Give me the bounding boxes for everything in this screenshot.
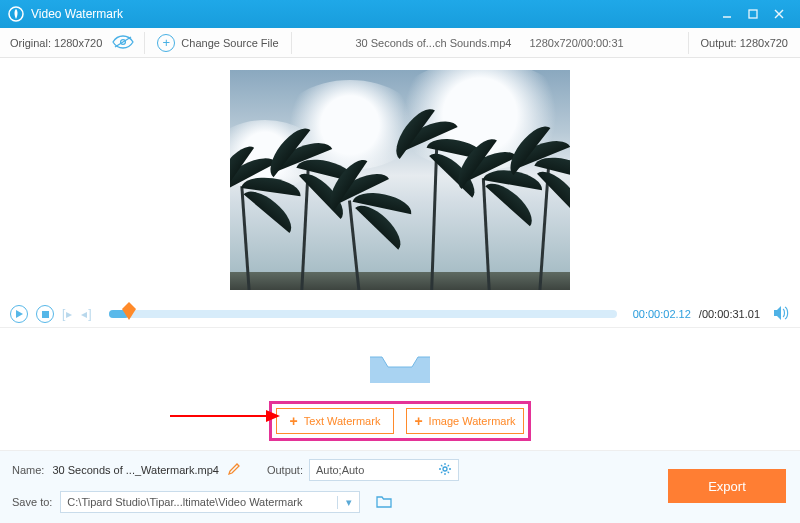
timeline-playhead-icon[interactable] [122,302,136,320]
titlebar: Video Watermark [0,0,800,28]
change-source-button[interactable]: + Change Source File [145,34,290,52]
add-text-watermark-button[interactable]: + Text Watermark [276,408,394,434]
watermark-panel: + Text Watermark + Image Watermark [0,327,800,451]
output-format-value: Auto;Auto [316,464,364,476]
preview-toggle-icon[interactable] [112,35,134,51]
text-watermark-label: Text Watermark [304,415,381,427]
stop-button[interactable] [36,305,54,323]
image-watermark-label: Image Watermark [429,415,516,427]
output-label: Output: [267,464,303,476]
name-label: Name: [12,464,44,476]
edit-name-icon[interactable] [227,462,241,478]
plus-icon: + [290,414,298,428]
close-button[interactable] [766,4,792,24]
export-button[interactable]: Export [668,469,786,503]
svg-marker-7 [16,310,23,318]
save-to-label: Save to: [12,496,52,508]
plus-icon: + [414,414,422,428]
app-logo-icon [8,6,24,22]
add-image-watermark-button[interactable]: + Image Watermark [406,408,524,434]
open-folder-icon[interactable] [376,495,392,510]
video-preview-area [0,58,800,301]
svg-marker-12 [266,410,280,422]
current-time: 00:00:02.12 [633,308,691,320]
mark-in-button[interactable]: [▸ [62,307,73,321]
svg-point-13 [443,467,447,471]
source-filename: 30 Seconds of...ch Sounds.mp4 [355,37,511,49]
video-frame[interactable] [230,70,570,290]
svg-marker-9 [122,302,136,320]
timeline-slider[interactable] [109,310,617,318]
svg-rect-8 [42,311,49,318]
svg-marker-10 [774,306,781,320]
save-path-field[interactable]: C:\Tipard Studio\Tipar...ltimate\Video W… [60,491,360,513]
volume-icon[interactable] [774,306,790,322]
play-button[interactable] [10,305,28,323]
save-path-dropdown-icon[interactable]: ▾ [337,496,359,509]
minimize-button[interactable] [714,4,740,24]
inbox-tray-icon [364,337,436,387]
info-toolbar: Original: 1280x720 + Change Source File … [0,28,800,58]
maximize-button[interactable] [740,4,766,24]
watermark-buttons-highlight: + Text Watermark + Image Watermark [269,401,531,441]
output-settings-icon[interactable] [438,462,452,478]
player-controls: [▸ ◂] 00:00:02.12/00:00:31.01 [0,301,800,327]
change-source-label: Change Source File [181,37,278,49]
output-resolution-label: Output: 1280x720 [701,37,788,49]
plus-circle-icon: + [157,34,175,52]
source-meta: 1280x720/00:00:31 [529,37,623,49]
svg-line-6 [115,37,131,47]
output-format-select[interactable]: Auto;Auto [309,459,459,481]
svg-rect-2 [749,10,757,18]
original-resolution-label: Original: 1280x720 [10,37,102,49]
app-title: Video Watermark [31,7,714,21]
output-name: 30 Seconds of ..._Watermark.mp4 [52,464,219,476]
save-path-value: C:\Tipard Studio\Tipar...ltimate\Video W… [61,496,337,508]
bottom-bar: Name: 30 Seconds of ..._Watermark.mp4 Ou… [0,451,800,523]
export-label: Export [708,479,746,494]
mark-out-button[interactable]: ◂] [81,307,92,321]
total-time: /00:00:31.01 [699,308,760,320]
annotation-arrow-icon [170,406,280,430]
